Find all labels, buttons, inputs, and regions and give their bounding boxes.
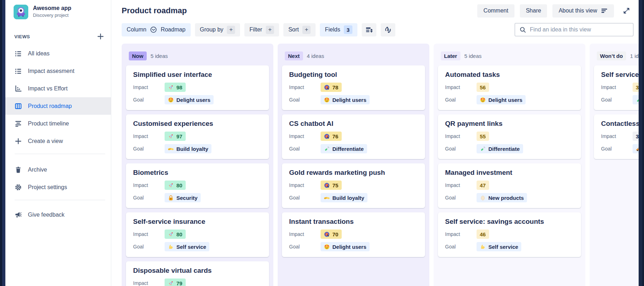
goal-value-chip[interactable] xyxy=(633,144,639,153)
impact-value-chip[interactable]: 75 xyxy=(321,181,342,190)
fields-count-badge: 3 xyxy=(344,25,352,34)
column-grouping-chip[interactable]: Column Roadmap xyxy=(122,23,191,36)
chevron-down-circle-icon xyxy=(150,26,157,33)
sidebar-item-product-timeline[interactable]: Product timeline xyxy=(5,115,111,132)
goal-label: Delight users xyxy=(176,97,210,103)
search-input[interactable] xyxy=(530,26,629,33)
idea-card-title: Managed investment xyxy=(445,168,574,177)
idea-card[interactable]: Customised experiencesImpact97GoalBuild … xyxy=(126,114,269,159)
idea-card[interactable]: Budgeting toolImpact78GoalDelight users xyxy=(282,65,425,110)
impact-field-row: Impact78 xyxy=(289,83,418,92)
sidebar-item-impact-assesment[interactable]: Impact assesment xyxy=(5,62,111,80)
goal-field-row: GoalSelf service xyxy=(133,242,262,251)
goal-value-chip[interactable]: New products xyxy=(477,193,527,202)
impact-value-chip[interactable]: 55 xyxy=(477,132,489,141)
goal-value-chip[interactable]: Self service xyxy=(165,242,209,251)
sort-chip[interactable]: Sort+ xyxy=(283,23,316,36)
impact-value-chip[interactable]: 78 xyxy=(321,83,342,92)
column-status-badge: Won’t do xyxy=(597,51,626,60)
impact-value-chip[interactable]: 36 xyxy=(633,83,639,92)
idea-card[interactable]: Instant transactionsImpact70GoalDelight … xyxy=(282,212,425,257)
target-icon xyxy=(324,231,330,237)
about-this-view-button[interactable]: About this view xyxy=(552,4,614,18)
idea-card[interactable]: Self-service insuranceImpact80GoalSelf s… xyxy=(126,212,269,257)
goal-label: Security xyxy=(176,195,197,201)
handshake-icon xyxy=(324,195,330,201)
left-edge xyxy=(0,0,5,286)
auto-rename-button[interactable] xyxy=(381,23,395,36)
impact-value-chip[interactable]: 56 xyxy=(477,83,489,92)
goal-value-chip[interactable]: Build loyalty xyxy=(321,193,367,202)
goal-field-label: Goal xyxy=(289,195,321,201)
impact-value-chip[interactable]: 79 xyxy=(165,278,186,286)
sidebar-item-give-feedback[interactable]: Give feedback xyxy=(5,206,111,223)
goal-value-chip[interactable]: Differentiate xyxy=(321,144,367,153)
goal-field-row: Goal xyxy=(601,95,639,104)
filter-chip[interactable]: Filter+ xyxy=(244,23,279,36)
impact-value: 55 xyxy=(480,133,486,139)
goal-value-chip[interactable]: Delight users xyxy=(321,95,370,104)
goal-label: New products xyxy=(488,195,524,201)
plus-icon: + xyxy=(266,26,274,34)
goal-value-chip[interactable]: Delight users xyxy=(321,242,370,251)
sidebar-item-impact-vs-effort[interactable]: Impact vs Effort xyxy=(5,80,111,97)
idea-card[interactable]: Gold rewards marketing pushImpact75GoalB… xyxy=(282,163,425,208)
sidebar-item-all-ideas[interactable]: All ideas xyxy=(5,45,111,62)
goal-label: Build loyalty xyxy=(332,195,364,201)
impact-value: 46 xyxy=(480,231,486,237)
idea-card[interactable]: Self service:Impact36Goal xyxy=(594,65,639,110)
sidebar-item-product-roadmap[interactable]: Product roadmap xyxy=(5,97,111,115)
goal-value-chip[interactable]: Delight users xyxy=(165,95,214,104)
share-button-label: Share xyxy=(526,8,541,14)
idea-card[interactable]: Simplified user interfaceImpact98GoalDel… xyxy=(126,65,269,110)
idea-card[interactable]: QR payment linksImpact55GoalDifferentiat… xyxy=(438,114,581,159)
trash-icon xyxy=(15,166,22,173)
impact-value-chip[interactable]: 97 xyxy=(165,132,186,141)
idea-card[interactable]: CS chatbot AIImpact76GoalDifferentiate xyxy=(282,114,425,159)
impact-field-label: Impact xyxy=(133,231,165,237)
idea-card[interactable]: BiometricsImpact80GoalSecurity xyxy=(126,163,269,208)
impact-value-chip[interactable]: 80 xyxy=(165,230,186,239)
impact-value-chip[interactable]: 47 xyxy=(477,181,489,190)
impact-value-chip[interactable]: 98 xyxy=(165,83,186,92)
goal-field-label: Goal xyxy=(289,97,321,103)
goal-value-chip[interactable] xyxy=(633,95,639,104)
share-button[interactable]: Share xyxy=(520,4,547,18)
group-by-chip[interactable]: Group by+ xyxy=(195,23,240,36)
goal-field-label: Goal xyxy=(601,97,633,103)
project-header[interactable]: Awesome app Discovery project xyxy=(5,0,111,19)
goal-value-chip[interactable]: Security xyxy=(165,193,201,202)
sidebar-item-create-a-view[interactable]: Create a view xyxy=(5,132,111,150)
impact-value-chip[interactable]: 30 xyxy=(633,132,639,141)
app-window: Awesome app Discovery project VIEWS All … xyxy=(0,0,644,286)
fields-chip[interactable]: Fields 3 xyxy=(320,23,357,36)
filter-chip-label: Filter xyxy=(249,26,262,33)
goal-value-chip[interactable]: Differentiate xyxy=(477,144,523,153)
goal-label: Self service xyxy=(488,244,518,250)
idea-card[interactable]: Self service: savings accountsImpact46Go… xyxy=(438,212,581,257)
density-button[interactable] xyxy=(362,23,376,36)
idea-card[interactable]: Automated tasksImpact56GoalDelight users xyxy=(438,65,581,110)
expand-icon xyxy=(623,7,630,14)
impact-field-row: Impact98 xyxy=(133,83,262,92)
add-view-icon[interactable] xyxy=(97,33,104,40)
impact-value-chip[interactable]: 80 xyxy=(165,181,186,190)
sidebar-item-project-settings[interactable]: Project settings xyxy=(5,178,111,196)
goal-value-chip[interactable]: Self service xyxy=(477,242,521,251)
idea-card[interactable]: Managed investmentImpact47GoalNew produc… xyxy=(438,163,581,208)
idea-card-title: QR payment links xyxy=(445,119,574,128)
impact-value-chip[interactable]: 46 xyxy=(477,230,489,239)
impact-field-label: Impact xyxy=(445,133,477,139)
impact-value-chip[interactable]: 76 xyxy=(321,132,342,141)
rocket-icon xyxy=(168,133,174,139)
idea-card[interactable]: Disposable virtual cardsImpact79 xyxy=(126,261,269,286)
idea-card[interactable]: ContactlessImpact30Goal xyxy=(594,114,639,159)
project-subtitle: Discovery project xyxy=(33,13,71,18)
goal-value-chip[interactable]: Build loyalty xyxy=(165,144,211,153)
column-status-badge: Later xyxy=(441,51,460,60)
sidebar-item-archive[interactable]: Archive xyxy=(5,161,111,178)
impact-value-chip[interactable]: 70 xyxy=(321,230,342,239)
comment-button[interactable]: Comment xyxy=(477,4,514,18)
goal-value-chip[interactable]: Delight users xyxy=(477,95,526,104)
expand-button[interactable] xyxy=(619,4,634,18)
